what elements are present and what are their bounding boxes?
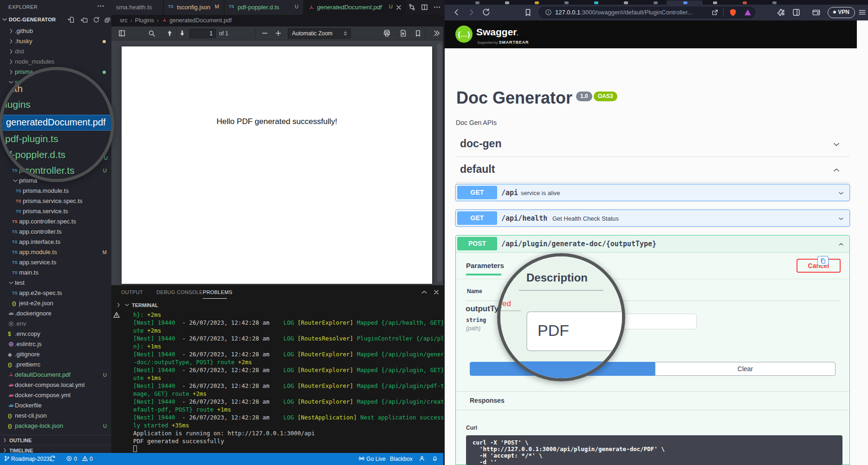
op-get-api[interactable]: GET /api service is alive <box>455 184 850 201</box>
more-actions-icon[interactable] <box>433 3 441 11</box>
tab-favicon[interactable] <box>683 1 687 4</box>
print-icon[interactable] <box>383 29 391 37</box>
account-icon[interactable] <box>419 455 425 463</box>
chevron-down-icon[interactable] <box>832 140 841 149</box>
breadcrumb-file[interactable]: generatedDocument.pdf <box>169 17 232 24</box>
tree-item-Dockerfile[interactable]: Dockerfile <box>0 400 111 411</box>
tab-favicon[interactable] <box>475 1 479 4</box>
pdf-scrollbar[interactable] <box>437 43 442 282</box>
terminal-header[interactable]: TERMINAL <box>111 300 445 311</box>
op-post-header[interactable]: POST /api/plugin/generate-doc/{outputTyp… <box>456 236 849 253</box>
vpn-button[interactable]: VPN <box>828 7 855 18</box>
close-icon[interactable] <box>395 4 402 11</box>
new-file-button[interactable] <box>68 16 75 23</box>
errors-indicator[interactable]: 0 <box>66 455 77 463</box>
tree-item-node-modules[interactable]: node_modules <box>0 57 111 67</box>
editor-tab-sma.health.ts[interactable]: sma.health.ts <box>111 0 163 15</box>
tag-doc-gen[interactable]: doc-gen <box>460 138 501 150</box>
tree-item-.eslintrc.js[interactable]: .eslintrc.js <box>0 339 111 349</box>
chevron-up-icon[interactable] <box>832 166 841 174</box>
tree-item-.prettierrc[interactable]: {}.prettierrc <box>0 360 111 370</box>
tree-item-dist[interactable]: dist <box>0 46 111 57</box>
tab-favicon[interactable] <box>743 1 747 4</box>
chevron-down-icon[interactable] <box>837 216 845 222</box>
editor-tab-generatedDocument.pdf[interactable]: generatedDocument.pdfU <box>304 0 406 15</box>
branch-name[interactable]: Roadmap-2023* <box>11 455 52 463</box>
tab-problems[interactable]: PROBLEMS <box>203 289 233 295</box>
tree-item-app.e2e-spec.ts[interactable]: TSapp.e2e-spec.ts <box>0 288 111 298</box>
tree-item-docker-compose.yml[interactable]: docker-compose.yml <box>0 390 111 400</box>
breadcrumb[interactable]: src›Plugins›generatedDocument.pdf <box>111 15 445 26</box>
tree-item-.gitignore[interactable]: ◆.gitignore <box>0 349 111 360</box>
explorer-more-icon[interactable] <box>97 2 105 10</box>
terminal-output[interactable]: h}: +2ms[Nest] 19440 - 26/07/2023, 12:42… <box>133 311 445 453</box>
chevron-down-icon[interactable] <box>837 190 845 196</box>
tree-item-.env.copy[interactable]: $.env.copy <box>0 329 111 339</box>
share-icon[interactable] <box>711 9 719 16</box>
tab-favicon[interactable] <box>654 1 658 4</box>
tree-item-app.service.ts[interactable]: TSapp.service.ts <box>0 257 111 268</box>
warnings-indicator[interactable]: 0 <box>82 455 93 463</box>
zoom-in-icon[interactable] <box>274 29 282 37</box>
tree-item-package-lock.json[interactable]: {}package-lock.jsonU <box>0 421 111 431</box>
magnified-file-label[interactable]: df-poppler.d.ts <box>4 149 65 160</box>
open-changes-icon[interactable] <box>408 3 416 11</box>
blackbox-button[interactable]: Blackbox <box>390 455 413 463</box>
tree-item-app.controller.spec.ts[interactable]: TSapp.controller.spec.ts <box>0 216 111 227</box>
tab-favicon[interactable] <box>624 1 628 4</box>
magnified-output-type-input[interactable]: PDF <box>526 311 622 351</box>
bookmark-icon[interactable] <box>414 29 422 37</box>
maximize-panel-icon[interactable] <box>421 288 428 296</box>
url-text[interactable]: 127.0.0.1:3000/swagger#/default/PluginCo… <box>555 9 708 16</box>
tree-item-.github[interactable]: .github <box>0 26 111 36</box>
bell-icon[interactable] <box>432 455 438 463</box>
tab-favicon[interactable] <box>564 1 569 4</box>
tree-item-prisma.service.spec.ts[interactable]: TSprisma.service.spec.ts <box>0 196 111 206</box>
back-button[interactable] <box>452 8 461 17</box>
magnified-file-label[interactable]: pdf-plugin.ts <box>5 133 58 144</box>
tab-favicon[interactable] <box>535 1 539 4</box>
go-live-button[interactable]: Go Live <box>358 455 386 463</box>
more-tools-icon[interactable] <box>433 29 440 37</box>
brave-shield-icon[interactable] <box>729 8 737 17</box>
extensions-icon[interactable] <box>777 8 785 17</box>
page-number-input[interactable]: 1 <box>189 29 216 38</box>
project-root-row[interactable]: DOC-GENERATOR <box>0 14 111 25</box>
copy-icon[interactable] <box>817 256 829 266</box>
next-page-icon[interactable] <box>178 29 186 37</box>
collapse-folders-button[interactable] <box>104 16 111 23</box>
browser-tab-strip[interactable] <box>445 0 868 5</box>
tag-default[interactable]: default <box>460 163 495 176</box>
timeline-section[interactable]: TIMELINE <box>0 445 111 453</box>
forward-button[interactable] <box>467 8 476 17</box>
refresh-explorer-button[interactable] <box>93 16 100 23</box>
tree-item-.dockerignore[interactable]: .dockerignore <box>0 308 111 319</box>
bookmark-icon[interactable] <box>524 8 532 17</box>
zoom-select[interactable]: Automatic Zoom <box>288 28 351 39</box>
site-info-icon[interactable] <box>545 9 552 16</box>
editor-tab-pdf-poppler.d.ts[interactable]: TSpdf-poppler.d.tsU <box>225 0 304 15</box>
breadcrumb-plugins[interactable]: Plugins <box>135 17 154 24</box>
close-panel-icon[interactable] <box>433 288 440 296</box>
tree-item-test[interactable]: test <box>0 278 111 288</box>
tree-item-prisma.module.ts[interactable]: TSprisma.module.ts <box>0 186 111 196</box>
curl-command-block[interactable]: curl -X 'POST' \ 'http://127.0.0.1:3000/… <box>466 435 842 465</box>
brave-rewards-icon[interactable] <box>744 8 752 17</box>
tree-item-nest-cli.json[interactable]: {}nest-cli.json <box>0 411 111 421</box>
clear-button[interactable]: Clear <box>655 362 836 376</box>
tab-favicon[interactable] <box>772 1 777 4</box>
tree-item-defaultDocument.pdf[interactable]: defaultDocument.pdfU <box>0 370 111 380</box>
parameters-tab[interactable]: Parameters <box>466 262 504 269</box>
split-editor-icon[interactable] <box>421 3 428 11</box>
browser-sidebar-icon[interactable] <box>792 8 801 17</box>
tab-favicon[interactable] <box>594 1 598 4</box>
tree-item-app.interface.ts[interactable]: TSapp.interface.ts <box>0 237 111 247</box>
op-get-api-health[interactable]: GET /api/health Get Health Check Status <box>455 210 850 227</box>
outline-section[interactable]: OUTLINE <box>0 435 111 445</box>
tab-debug-console[interactable]: DEBUG CONSOLE <box>156 289 203 295</box>
tab-favicon[interactable] <box>713 1 717 4</box>
address-bar[interactable]: 127.0.0.1:3000/swagger#/default/PluginCo… <box>538 7 756 19</box>
magnified-file-label[interactable]: lugins <box>5 99 31 110</box>
sync-icon[interactable] <box>49 455 56 463</box>
tree-item-app.controller.ts[interactable]: TSapp.controller.ts <box>0 227 111 237</box>
